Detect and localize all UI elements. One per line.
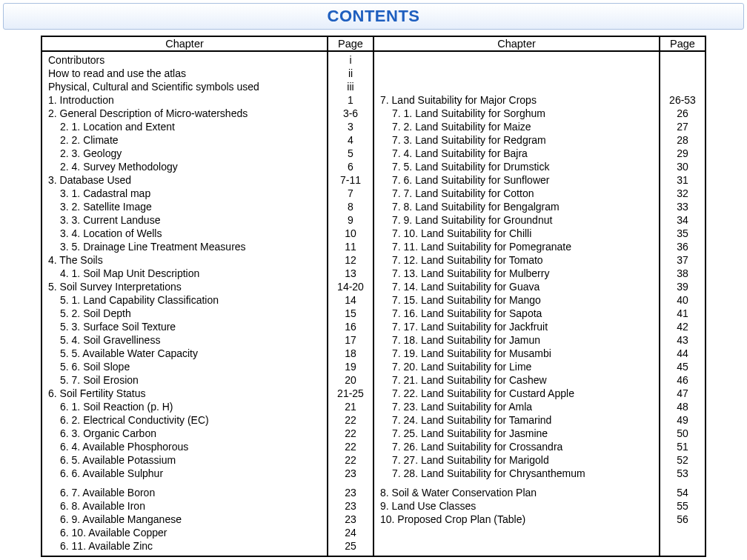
toc-page: 36 (660, 240, 705, 253)
toc-page: 31 (660, 173, 705, 187)
toc-page: 12 (328, 253, 373, 267)
title-bar: CONTENTS (3, 3, 744, 30)
toc-page: 51 (660, 440, 705, 453)
toc-entry: 6. 5. Available Potassium (42, 453, 327, 467)
toc-page: 48 (660, 400, 705, 413)
toc-page: 34 (660, 213, 705, 227)
toc-page: 14-20 (328, 280, 373, 293)
toc-entry: 7. 28. Land Suitability for Chrysanthemu… (374, 467, 659, 480)
toc-page: 8 (328, 200, 373, 213)
toc-entry: 6. 1. Soil Reaction (p. H) (42, 400, 327, 413)
toc-entry: 6. 6. Available Sulphur (42, 467, 327, 480)
toc-page: 32 (660, 187, 705, 200)
toc-entry: 6. 8. Available Iron (42, 499, 327, 513)
left-chapter-list: ContributorsHow to read and use the atla… (42, 52, 327, 556)
toc-entry: 7. 23. Land Suitability for Amla (374, 400, 659, 413)
toc-page: 23 (328, 486, 373, 499)
toc-entry: 7. 15. Land Suitability for Mango (374, 293, 659, 307)
toc-entry: 6. 2. Electrical Conductivity (EC) (42, 413, 327, 427)
header-row-right: Chapter Page (374, 37, 705, 52)
toc-page: 26-53 (660, 93, 705, 107)
toc-entry: 7. 17. Land Suitability for Jackfruit (374, 320, 659, 333)
left-column: Chapter Page ContributorsHow to read and… (42, 37, 374, 556)
toc-page: 44 (660, 347, 705, 360)
toc-page: 21-25 (328, 387, 373, 400)
toc-page: 55 (660, 499, 705, 513)
toc-entry: 8. Soil & Water Conservation Plan (374, 486, 659, 499)
toc-entry: 5. Soil Survey Interpretations (42, 280, 327, 293)
toc-page: 27 (660, 120, 705, 133)
toc-entry: 7. 22. Land Suitability for Custard Appl… (374, 387, 659, 400)
toc-page: 22 (328, 427, 373, 440)
toc-entry: 7. Land Suitability for Major Crops (374, 93, 659, 107)
toc-page: 41 (660, 307, 705, 320)
toc-entry: 7. 8. Land Suitability for Bengalgram (374, 200, 659, 213)
toc-page: 3-6 (328, 107, 373, 120)
toc-entry: 5. 3. Surface Soil Texture (42, 320, 327, 333)
toc-entry: 7. 12. Land Suitability for Tomato (374, 253, 659, 267)
toc-page: 16 (328, 320, 373, 333)
chapter-header: Chapter (374, 37, 659, 50)
header-row-left: Chapter Page (42, 37, 373, 52)
toc-page: 30 (660, 160, 705, 173)
toc-page: 10 (328, 227, 373, 240)
toc-entry: 7. 25. Land Suitability for Jasmine (374, 427, 659, 440)
toc-page: 50 (660, 427, 705, 440)
toc-entry: 2. 1. Location and Extent (42, 120, 327, 133)
toc-page: 9 (328, 213, 373, 227)
toc-entry: 7. 16. Land Suitability for Sapota (374, 307, 659, 320)
toc-entry: 5. 7. Soil Erosion (42, 373, 327, 387)
toc-page: 23 (328, 467, 373, 480)
toc-page: 28 (660, 133, 705, 147)
toc-entry: 3. 5. Drainage Line Treatment Measures (42, 240, 327, 253)
toc-page: 45 (660, 360, 705, 373)
toc-entry: How to read and use the atlas (42, 67, 327, 80)
toc-entry: 3. 3. Current Landuse (42, 213, 327, 227)
toc-page: 35 (660, 227, 705, 240)
toc-page: 6 (328, 160, 373, 173)
toc-entry: Contributors (42, 53, 327, 67)
chapter-header: Chapter (42, 37, 327, 50)
toc-entry: 1. Introduction (42, 93, 327, 107)
toc-page: 46 (660, 373, 705, 387)
right-chapter-list: 7. Land Suitability for Major Crops7. 1.… (374, 52, 659, 556)
toc-page: 39 (660, 280, 705, 293)
toc-entry: 5. 5. Available Water Capacity (42, 347, 327, 360)
toc-page: 11 (328, 240, 373, 253)
page-title: CONTENTS (4, 7, 743, 26)
toc-page: 37 (660, 253, 705, 267)
toc-entry: 7. 2. Land Suitability for Maize (374, 120, 659, 133)
toc-page: 52 (660, 453, 705, 467)
toc-entry: 2. 4. Survey Methodology (42, 160, 327, 173)
toc-page: 47 (660, 387, 705, 400)
toc-entry: 7. 11. Land Suitability for Pomegranate (374, 240, 659, 253)
toc-entry: 3. 2. Satellite Image (42, 200, 327, 213)
toc-page: 7 (328, 187, 373, 200)
right-column: Chapter Page 7. Land Suitability for Maj… (374, 37, 705, 556)
toc-page: 43 (660, 333, 705, 347)
toc-entry: 4. The Soils (42, 253, 327, 267)
toc-entry: 6. 9. Available Manganese (42, 513, 327, 526)
toc-entry: 3. 1. Cadastral map (42, 187, 327, 200)
toc-entry: 6. 3. Organic Carbon (42, 427, 327, 440)
toc-page: 53 (660, 467, 705, 480)
toc-page: 22 (328, 413, 373, 427)
toc-entry: 7. 20. Land Suitability for Lime (374, 360, 659, 373)
toc-entry: 4. 1. Soil Map Unit Description (42, 267, 327, 280)
right-page-list: 26-5326272829303132333435363738394041424… (659, 52, 705, 556)
toc-page: 5 (328, 147, 373, 160)
toc-page: 19 (328, 360, 373, 373)
toc-entry: 2. 2. Climate (42, 133, 327, 147)
toc-entry: 10. Proposed Crop Plan (Table) (374, 513, 659, 526)
toc-entry: 7. 7. Land Suitability for Cotton (374, 187, 659, 200)
toc-entry: 3. Database Used (42, 173, 327, 187)
toc-page: 54 (660, 486, 705, 499)
toc-entry: 6. Soil Fertility Status (42, 387, 327, 400)
toc-page: 17 (328, 333, 373, 347)
toc-entry: 7. 6. Land Suitability for Sunflower (374, 173, 659, 187)
toc-page: 38 (660, 267, 705, 280)
toc-entry: 7. 4. Land Suitability for Bajra (374, 147, 659, 160)
toc-page: 22 (328, 453, 373, 467)
toc-entry: 7. 5. Land Suitability for Drumstick (374, 160, 659, 173)
toc-entry: 5. 2. Soil Depth (42, 307, 327, 320)
